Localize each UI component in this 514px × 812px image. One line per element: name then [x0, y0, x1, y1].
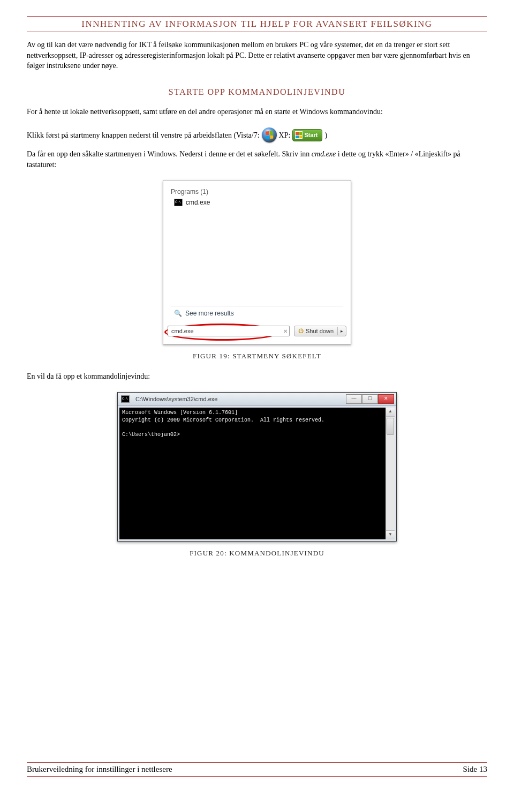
start-search-input[interactable]	[168, 326, 290, 336]
cmd-line-2: Copyright (c) 2009 Microsoft Corporation…	[122, 417, 324, 423]
paragraph-4: En vil da få opp et kommandolinjevindu:	[27, 371, 487, 382]
scroll-thumb[interactable]	[387, 418, 394, 435]
inline-text-mid: XP:	[279, 130, 291, 141]
scrollbar[interactable]: ▲ ▼	[386, 408, 395, 539]
cmd-window-title: C:\Windows\system32\cmd.exe	[135, 396, 217, 402]
minimize-button[interactable]: —	[346, 394, 362, 404]
scroll-down-icon[interactable]: ▼	[386, 530, 395, 539]
paragraph-3: Da får en opp den såkalte startmenyen i …	[27, 149, 487, 170]
search-icon: 🔍	[174, 310, 182, 317]
start-result-label: cmd.exe	[186, 199, 210, 206]
windows-flag-icon	[265, 131, 273, 139]
clear-search-icon[interactable]: ✕	[283, 328, 288, 334]
para3-part-a: Da får en opp den såkalte startmenyen i …	[27, 150, 312, 158]
cmd-prompt: C:\Users\thojan02>	[122, 432, 180, 438]
inline-text-pre: Klikk først på startmeny knappen nederst…	[27, 130, 260, 141]
shutdown-label: Shut down	[306, 328, 334, 334]
scroll-up-icon[interactable]: ▲	[386, 408, 395, 417]
page-header-title: INNHENTING AV INFORMASJON TIL HJELP FOR …	[27, 16, 487, 32]
shutdown-arrow-icon[interactable]: ▸	[337, 327, 346, 335]
xp-start-label: Start	[304, 131, 318, 139]
cmd-window-screenshot: C:\Windows\system32\cmd.exe — ☐ ✕ Micros…	[117, 392, 397, 542]
windows-orb-icon	[262, 127, 277, 142]
inline-text-post: )	[324, 130, 327, 141]
shutdown-button[interactable]: ⏻ Shut down ▸	[294, 326, 346, 336]
close-button[interactable]: ✕	[378, 394, 394, 404]
start-search-container: ✕	[168, 326, 290, 336]
cmd-icon	[174, 199, 183, 206]
para3-cmd-name: cmd.exe	[312, 150, 336, 158]
see-more-results-link[interactable]: 🔍 See more results	[171, 306, 343, 320]
footer-right: Side 13	[463, 765, 487, 774]
cmd-line-1: Microsoft Windows [Version 6.1.7601]	[122, 410, 238, 416]
maximize-button[interactable]: ☐	[362, 394, 378, 404]
xp-flag-icon	[295, 131, 303, 139]
cmd-titlebar-icon	[121, 395, 130, 403]
shutdown-icon: ⏻	[298, 328, 304, 334]
xp-start-button-icon: Start	[292, 129, 322, 141]
paragraph-2: For å hente ut lokale nettverksoppsett, …	[27, 107, 487, 117]
cmd-titlebar: C:\Windows\system32\cmd.exe — ☐ ✕	[118, 393, 396, 406]
page-footer: Brukerveiledning for innstillinger i net…	[27, 762, 487, 777]
programs-header-label: Programs (1)	[171, 188, 343, 196]
startmenu-screenshot: Programs (1) cmd.exe 🔍 See more results …	[163, 180, 351, 344]
see-more-label: See more results	[185, 310, 234, 317]
figure-caption-19: FIGUR 19: STARTMENY SØKEFELT	[27, 352, 487, 360]
cmd-terminal-body[interactable]: Microsoft Windows [Version 6.1.7601] Cop…	[119, 408, 386, 539]
figure-caption-20: FIGUR 20: KOMMANDOLINJEVINDU	[27, 549, 487, 558]
window-buttons: — ☐ ✕	[346, 394, 394, 404]
start-result-cmd[interactable]: cmd.exe	[169, 198, 345, 209]
paragraph-icons-line: Klikk først på startmeny knappen nederst…	[27, 127, 487, 142]
startmenu-bottom-bar: ✕ ⏻ Shut down ▸	[163, 320, 351, 344]
footer-left: Brukerveiledning for innstillinger i net…	[27, 765, 172, 774]
subheading-start-cmd: STARTE OPP KOMMANDOLINJEVINDU	[27, 87, 487, 97]
paragraph-intro: Av og til kan det være nødvendig for IKT…	[27, 40, 487, 71]
